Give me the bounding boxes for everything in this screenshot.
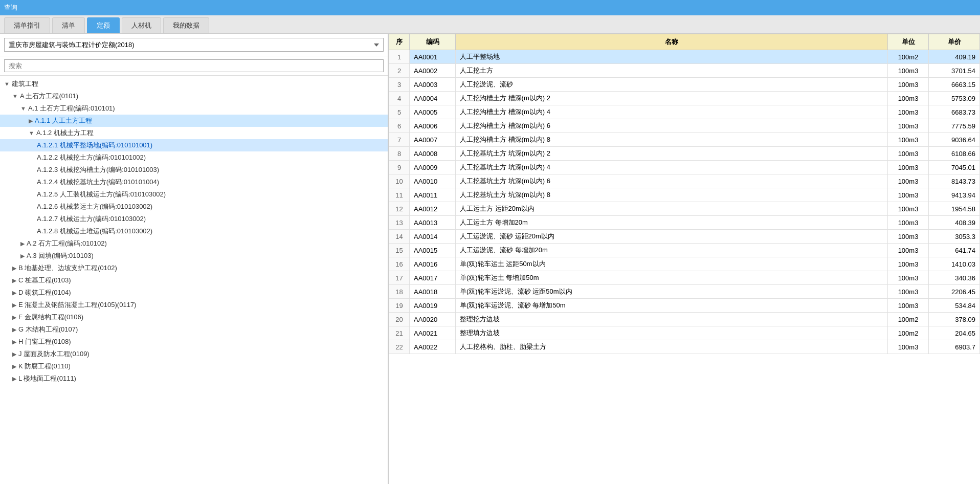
- table-row[interactable]: 13AA0013人工运土方 每增加20m100m3408.39: [389, 216, 980, 230]
- title-bar: 查询: [0, 0, 980, 15]
- tree-item-A3[interactable]: ▶A.3 回填(编码:010103): [0, 250, 388, 262]
- search-input[interactable]: [4, 59, 384, 72]
- cell-num: 3: [389, 78, 410, 92]
- table-row[interactable]: 16AA0016单(双)轮车运土 运距50m以内100m31410.03: [389, 257, 980, 271]
- cell-price: 408.39: [929, 216, 980, 230]
- tab-qingdan[interactable]: 清单: [52, 17, 85, 33]
- tree-item-B[interactable]: ▶B 地基处理、边坡支护工程(0102): [0, 262, 388, 274]
- tree-item-jianzhu[interactable]: ▼建筑工程: [0, 78, 388, 90]
- tree-item-J[interactable]: ▶J 屋面及防水工程(0109): [0, 348, 388, 360]
- tree-item-E[interactable]: ▶E 混凝土及钢筋混凝土工程(0105)(0117): [0, 299, 388, 311]
- tree-item-A2[interactable]: ▶A.2 石方工程(编码:010102): [0, 237, 388, 250]
- tree-item-label: A.1.2.6 机械装运土方(编码:010103002): [37, 202, 152, 211]
- cell-code: AA0009: [410, 161, 456, 174]
- cell-num: 9: [389, 161, 410, 174]
- tree-container: ▼建筑工程▼A 土石方工程(0101)▼A.1 土石方工程(编码:010101)…: [0, 76, 388, 484]
- cell-code: AA0016: [410, 257, 456, 271]
- tab-qingdan-zhiyin[interactable]: 清单指引: [4, 17, 50, 33]
- table-row[interactable]: 20AA0020整理挖方边坡100m2378.09: [389, 313, 980, 326]
- tree-item-A1[interactable]: ▼A.1 土石方工程(编码:010101): [0, 102, 388, 115]
- dropdown-wrapper: 重庆市房屋建筑与装饰工程计价定额(2018): [0, 34, 388, 56]
- cell-price: 6903.7: [929, 340, 980, 354]
- tree-item-A1.2.2[interactable]: A.1.2.2 机械挖土方(编码:010101002): [0, 151, 388, 164]
- tab-dinge[interactable]: 定额: [87, 17, 120, 33]
- table-row[interactable]: 2AA0002人工挖土方100m33701.54: [389, 64, 980, 78]
- tree-item-label: A 土石方工程(0101): [20, 92, 78, 101]
- table-row[interactable]: 11AA0011人工挖基坑土方 坑深(m以内) 8100m39413.94: [389, 188, 980, 202]
- search-wrapper: [0, 56, 388, 76]
- cell-price: 534.84: [929, 299, 980, 313]
- tree-item-A1.2[interactable]: ▼A.1.2 机械土方工程: [0, 127, 388, 139]
- cell-unit: 100m3: [888, 92, 929, 105]
- cell-price: 8143.73: [929, 174, 980, 188]
- cell-price: 6683.73: [929, 105, 980, 119]
- cell-name: 人工挖土方: [456, 64, 888, 78]
- table-row[interactable]: 1AA0001人工平整场地100m2409.19: [389, 50, 980, 64]
- tree-item-A1.2.3[interactable]: A.1.2.3 机械挖沟槽土方(编码:010101003): [0, 164, 388, 176]
- cell-code: AA0002: [410, 64, 456, 78]
- table-row[interactable]: 3AA0003人工挖淤泥、流砂100m36663.15: [389, 78, 980, 92]
- cell-price: 641.74: [929, 244, 980, 257]
- table-row[interactable]: 21AA0021整理填方边坡100m2204.65: [389, 326, 980, 340]
- tree-item-A1.2.6[interactable]: A.1.2.6 机械装运土方(编码:010103002): [0, 201, 388, 213]
- quota-dropdown[interactable]: 重庆市房屋建筑与装饰工程计价定额(2018): [4, 38, 384, 52]
- table-row[interactable]: 7AA0007人工挖沟槽土方 槽深(m以内) 8100m39036.64: [389, 133, 980, 147]
- cell-name: 人工挖沟槽土方 槽深(m以内) 4: [456, 105, 888, 119]
- collapse-icon: ▼: [29, 130, 34, 136]
- cell-name: 人工挖基坑土方 坑深(m以内) 2: [456, 147, 888, 161]
- tree-item-K[interactable]: ▶K 防腐工程(0110): [0, 360, 388, 372]
- cell-unit: 100m2: [888, 313, 929, 326]
- tree-item-C[interactable]: ▶C 桩基工程(0103): [0, 274, 388, 287]
- table-row[interactable]: 8AA0008人工挖基坑土方 坑深(m以内) 2100m36108.66: [389, 147, 980, 161]
- tree-item-L[interactable]: ▶L 楼地面工程(0111): [0, 372, 388, 385]
- expand-icon: ▶: [12, 302, 16, 309]
- table-row[interactable]: 19AA0019单(双)轮车运淤泥、流砂 每增加50m100m3534.84: [389, 299, 980, 313]
- tree-item-A1.2.4[interactable]: A.1.2.4 机械挖基坑土方(编码:010101004): [0, 176, 388, 188]
- tree-item-A1.2.1[interactable]: A.1.2.1 机械平整场地(编码:010101001): [0, 139, 388, 151]
- tab-rencaiji[interactable]: 人材机: [122, 17, 161, 33]
- cell-unit: 100m3: [888, 64, 929, 78]
- cell-code: AA0003: [410, 78, 456, 92]
- table-row[interactable]: 22AA0022人工挖格构、肋柱、肋梁土方100m36903.7: [389, 340, 980, 354]
- cell-code: AA0005: [410, 105, 456, 119]
- cell-num: 21: [389, 326, 410, 340]
- table-row[interactable]: 17AA0017单(双)轮车运土 每增加50m100m3340.36: [389, 271, 980, 285]
- table-row[interactable]: 14AA0014人工运淤泥、流砂 运距20m以内100m33053.3: [389, 230, 980, 244]
- cell-code: AA0004: [410, 92, 456, 105]
- table-row[interactable]: 18AA0018单(双)轮车运淤泥、流砂 运距50m以内100m32206.45: [389, 285, 980, 299]
- tree-item-H[interactable]: ▶H 门窗工程(0108): [0, 336, 388, 348]
- tree-item-G[interactable]: ▶G 木结构工程(0107): [0, 323, 388, 336]
- cell-num: 10: [389, 174, 410, 188]
- cell-code: AA0010: [410, 174, 456, 188]
- main-content: 重庆市房屋建筑与装饰工程计价定额(2018) ▼建筑工程▼A 土石方工程(010…: [0, 34, 980, 484]
- table-row[interactable]: 12AA0012人工运土方 运距20m以内100m31954.58: [389, 202, 980, 216]
- table-row[interactable]: 15AA0015人工运淤泥、流砂 每增加20m100m3641.74: [389, 244, 980, 257]
- cell-code: AA0018: [410, 285, 456, 299]
- cell-name: 人工挖基坑土方 坑深(m以内) 4: [456, 161, 888, 174]
- collapse-icon: ▼: [20, 105, 26, 112]
- table-row[interactable]: 5AA0005人工挖沟槽土方 槽深(m以内) 4100m36683.73: [389, 105, 980, 119]
- table-row[interactable]: 6AA0006人工挖沟槽土方 槽深(m以内) 6100m37775.59: [389, 119, 980, 133]
- cell-unit: 100m2: [888, 326, 929, 340]
- cell-unit: 100m3: [888, 216, 929, 230]
- cell-code: AA0022: [410, 340, 456, 354]
- tree-item-label: A.1.2.8 机械运土堆运(编码:010103002): [37, 227, 152, 236]
- tree-item-A[interactable]: ▼A 土石方工程(0101): [0, 90, 388, 102]
- tree-item-A1.2.8[interactable]: A.1.2.8 机械运土堆运(编码:010103002): [0, 225, 388, 237]
- tree-item-A1.2.5[interactable]: A.1.2.5 人工装机械运土方(编码:010103002): [0, 188, 388, 201]
- table-row[interactable]: 4AA0004人工挖沟槽土方 槽深(m以内) 2100m35753.09: [389, 92, 980, 105]
- cell-name: 人工运土方 运距20m以内: [456, 202, 888, 216]
- title-text: 查询: [4, 3, 17, 12]
- cell-unit: 100m3: [888, 105, 929, 119]
- tree-item-F[interactable]: ▶F 金属结构工程(0106): [0, 311, 388, 323]
- cell-code: AA0017: [410, 271, 456, 285]
- tree-item-A1.2.7[interactable]: A.1.2.7 机械运土方(编码:010103002): [0, 213, 388, 225]
- tab-wode-shuju[interactable]: 我的数据: [163, 17, 209, 33]
- table-row[interactable]: 9AA0009人工挖基坑土方 坑深(m以内) 4100m37045.01: [389, 161, 980, 174]
- tree-item-label: A.1.2 机械土方工程: [36, 128, 94, 138]
- tree-item-A1.1[interactable]: ▶A.1.1 人工土方工程: [0, 115, 388, 127]
- cell-price: 7045.01: [929, 161, 980, 174]
- tree-item-D[interactable]: ▶D 砌筑工程(0104): [0, 287, 388, 299]
- table-row[interactable]: 10AA0010人工挖基坑土方 坑深(m以内) 6100m38143.73: [389, 174, 980, 188]
- tree-item-label: J 屋面及防水工程(0109): [18, 349, 90, 359]
